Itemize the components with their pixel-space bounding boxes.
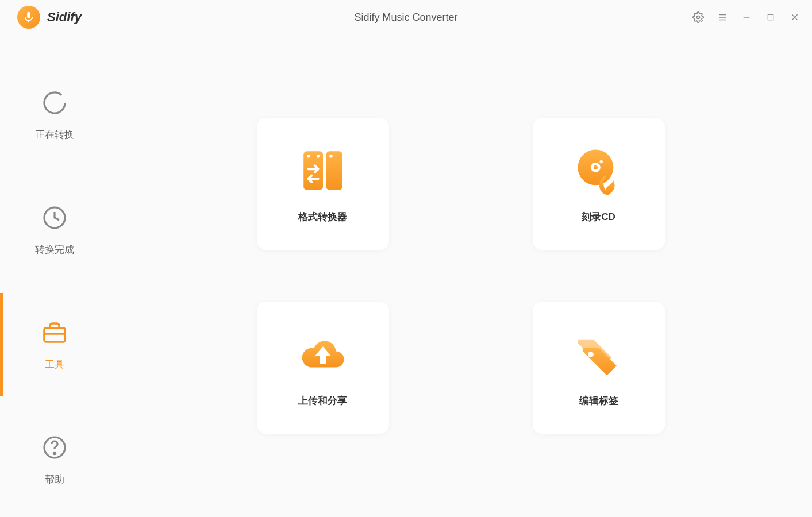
main-content: 格式转换器 刻录CD 上传和分享 — [109, 34, 812, 517]
svg-point-21 — [599, 160, 603, 163]
tool-label: 编辑标签 — [579, 394, 618, 407]
svg-rect-5 — [768, 14, 773, 20]
svg-point-17 — [329, 154, 333, 157]
sidebar-item-label: 工具 — [45, 358, 64, 371]
sidebar-item-converting[interactable]: 正在转换 — [0, 57, 109, 172]
cloud-upload-icon — [297, 329, 349, 380]
app-name: Sidify — [47, 10, 82, 25]
sidebar-item-completed[interactable]: 转换完成 — [0, 172, 109, 287]
sidebar-item-tools[interactable]: 工具 — [0, 287, 109, 402]
svg-point-20 — [593, 165, 597, 169]
settings-button[interactable] — [692, 11, 704, 23]
tool-format-converter[interactable]: 格式转换器 — [257, 118, 389, 250]
tags-icon — [573, 329, 625, 380]
refresh-icon — [41, 89, 68, 117]
sidebar-item-label: 转换完成 — [35, 243, 74, 256]
sidebar-item-label: 正在转换 — [35, 128, 74, 141]
svg-point-0 — [697, 16, 700, 19]
converter-icon — [297, 145, 349, 196]
help-icon — [41, 434, 68, 461]
app-logo: Sidify — [17, 6, 82, 29]
maximize-button[interactable] — [765, 11, 776, 23]
tool-upload-share[interactable]: 上传和分享 — [257, 302, 389, 434]
minimize-button[interactable] — [741, 11, 752, 23]
cd-burn-icon — [573, 145, 625, 196]
toolbox-icon — [41, 319, 68, 346]
tool-edit-tags[interactable]: 编辑标签 — [533, 302, 665, 434]
svg-point-22 — [588, 352, 594, 357]
tool-label: 上传和分享 — [298, 394, 347, 407]
sidebar-item-label: 帮助 — [45, 473, 64, 486]
sidebar-item-help[interactable]: 帮助 — [0, 402, 109, 517]
menu-button[interactable] — [717, 11, 728, 23]
tool-label: 格式转换器 — [298, 210, 347, 223]
titlebar: Sidify Sidify Music Converter — [0, 0, 812, 34]
svg-rect-13 — [303, 151, 323, 190]
logo-icon — [17, 6, 40, 29]
tool-label: 刻录CD — [582, 210, 615, 223]
svg-point-15 — [306, 154, 310, 157]
tool-burn-cd[interactable]: 刻录CD — [533, 118, 665, 250]
window-controls — [692, 11, 801, 23]
close-button[interactable] — [789, 11, 801, 23]
svg-point-12 — [53, 452, 55, 454]
svg-rect-14 — [326, 151, 342, 190]
svg-point-16 — [316, 154, 320, 157]
svg-rect-9 — [44, 328, 65, 342]
clock-icon — [41, 204, 68, 232]
window-title: Sidify Music Converter — [354, 11, 457, 24]
sidebar: 正在转换 转换完成 工具 帮助 — [0, 34, 109, 517]
